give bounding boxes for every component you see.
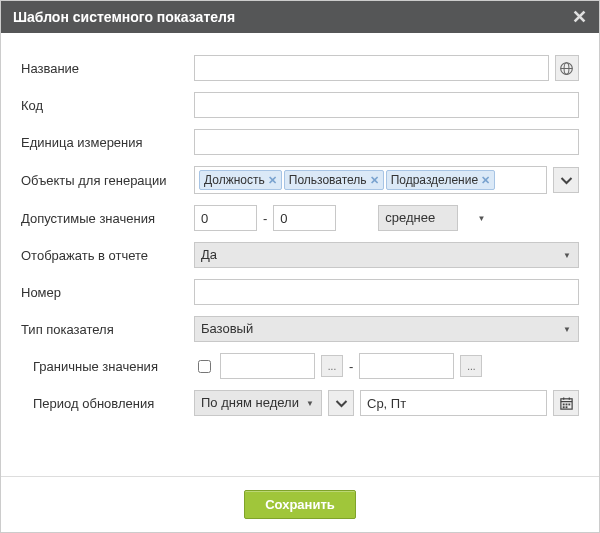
indicator-type-select[interactable]: Базовый (194, 316, 579, 342)
boundary-checkbox[interactable] (198, 360, 211, 373)
svg-rect-9 (568, 403, 570, 405)
tag-label: Подразделение (391, 172, 478, 188)
svg-rect-8 (565, 403, 567, 405)
allowed-max-input[interactable] (273, 205, 336, 231)
show-report-select[interactable]: Да (194, 242, 579, 268)
boundary-high-picker[interactable] (460, 355, 482, 377)
row-boundary: Граничные значения - (33, 353, 579, 379)
gen-objects-tagbox[interactable]: Должность✕Пользователь✕Подразделение✕ (194, 166, 547, 194)
calendar-icon (559, 396, 574, 411)
chevron-down-icon (559, 173, 574, 188)
tag-label: Пользователь (289, 172, 367, 188)
globe-button[interactable] (555, 55, 579, 81)
row-gen-objects: Объекты для генерации Должность✕Пользова… (21, 166, 579, 194)
gen-objects-dropdown-button[interactable] (553, 167, 579, 193)
svg-rect-10 (562, 406, 564, 408)
label-number: Номер (21, 285, 194, 300)
dash-sep-1: - (263, 211, 267, 226)
calendar-button[interactable] (553, 390, 579, 416)
tag-item: Подразделение✕ (386, 170, 495, 190)
svg-rect-7 (562, 403, 564, 405)
titlebar: Шаблон системного показателя ✕ (1, 1, 599, 33)
row-code: Код (21, 92, 579, 118)
name-input[interactable] (194, 55, 549, 81)
label-code: Код (21, 98, 194, 113)
dialog: Шаблон системного показателя ✕ Название … (0, 0, 600, 533)
dialog-body: Название Код Единица измерения Объек (1, 33, 599, 476)
row-allowed: Допустимые значения - среднее (21, 205, 579, 231)
number-input[interactable] (194, 279, 579, 305)
dash-sep-2: - (349, 359, 353, 374)
close-icon[interactable]: ✕ (572, 8, 587, 26)
row-unit: Единица измерения (21, 129, 579, 155)
label-allowed: Допустимые значения (21, 211, 194, 226)
label-indicator-type: Тип показателя (21, 322, 194, 337)
period-mode-select[interactable]: По дням недели (194, 390, 322, 416)
boundary-low-input[interactable] (220, 353, 315, 379)
label-update-period: Период обновления (33, 396, 194, 411)
row-name: Название (21, 55, 579, 81)
dialog-footer: Сохранить (1, 476, 599, 532)
code-input[interactable] (194, 92, 579, 118)
tag-label: Должность (204, 172, 265, 188)
globe-icon (559, 61, 574, 76)
aggregation-select[interactable]: среднее (378, 205, 458, 231)
dialog-title: Шаблон системного показателя (13, 9, 235, 25)
tag-item: Должность✕ (199, 170, 282, 190)
row-update-period: Период обновления По дням недели (33, 390, 579, 416)
row-indicator-type: Тип показателя Базовый (21, 316, 579, 342)
label-boundary: Граничные значения (33, 359, 194, 374)
tag-remove-icon[interactable]: ✕ (268, 172, 277, 188)
tag-item: Пользователь✕ (284, 170, 384, 190)
period-mode-dropdown-button[interactable] (328, 390, 354, 416)
boundary-high-input[interactable] (359, 353, 454, 379)
unit-input[interactable] (194, 129, 579, 155)
label-unit: Единица измерения (21, 135, 194, 150)
svg-rect-11 (565, 406, 567, 408)
label-gen-objects: Объекты для генерации (21, 173, 194, 188)
period-days-input[interactable] (360, 390, 547, 416)
save-button[interactable]: Сохранить (244, 490, 356, 519)
allowed-min-input[interactable] (194, 205, 257, 231)
label-show-report: Отображать в отчете (21, 248, 194, 263)
chevron-down-icon (334, 396, 349, 411)
boundary-low-picker[interactable] (321, 355, 343, 377)
row-show-report: Отображать в отчете Да (21, 242, 579, 268)
label-name: Название (21, 61, 194, 76)
tag-remove-icon[interactable]: ✕ (481, 172, 490, 188)
row-number: Номер (21, 279, 579, 305)
tag-remove-icon[interactable]: ✕ (370, 172, 379, 188)
